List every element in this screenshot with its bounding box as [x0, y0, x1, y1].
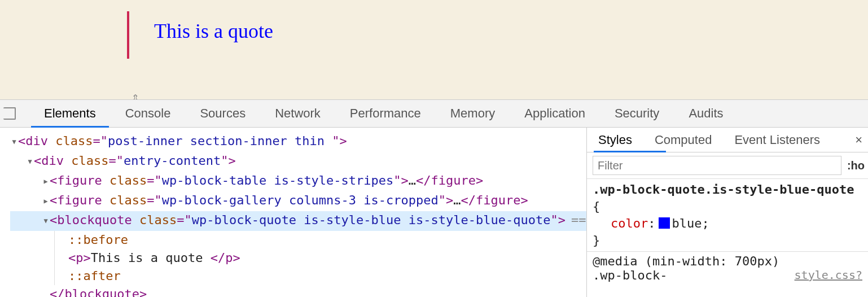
tab-audits[interactable]: Audits [674, 106, 738, 121]
selected-marker: == [565, 213, 586, 227]
tab-network[interactable]: Network [260, 106, 335, 121]
tab-performance[interactable]: Performance [335, 106, 436, 121]
disclosure-triangle-icon[interactable] [42, 190, 50, 210]
disclosure-triangle-icon[interactable] [42, 171, 50, 190]
media-query-text: @media (min-width: 700px) [593, 254, 779, 268]
styles-tab-event-listeners[interactable]: Event Listeners [723, 133, 831, 147]
disclosure-triangle-icon[interactable] [26, 151, 34, 171]
dom-row-pseudo-before[interactable]: ::before [68, 231, 586, 249]
color-swatch-icon[interactable] [659, 217, 670, 229]
css-media-rule[interactable]: @media (min-width: 700px) .wp-block- sty… [587, 252, 868, 282]
dom-children-guide: ::before <p>This is a quote </p> ::after [54, 231, 586, 285]
selected-styles-underline [594, 151, 666, 152]
dom-row-paragraph[interactable]: <p>This is a quote </p> [68, 249, 586, 267]
stylesheet-link[interactable]: style.css? [795, 268, 865, 282]
styles-tab-styles[interactable]: Styles [587, 133, 643, 147]
page-preview: This is a quote ⇕ [0, 0, 868, 99]
tab-sources[interactable]: Sources [185, 106, 260, 121]
hov-toggle[interactable]: :ho [847, 159, 865, 172]
devtools-body: <div class="post-inner section-inner thi… [0, 128, 868, 297]
selected-tab-underline [31, 126, 109, 128]
styles-filter-input[interactable] [593, 156, 841, 175]
styles-panel: Styles Computed Event Listeners × :ho .w… [587, 128, 868, 297]
tab-memory[interactable]: Memory [436, 106, 510, 121]
disclosure-triangle-icon[interactable] [10, 131, 18, 151]
quote-text: This is a quote [154, 20, 273, 42]
css-close-brace: } [593, 233, 600, 247]
dom-row-figure-table[interactable]: <figure class="wp-block-table is-style-s… [10, 172, 586, 191]
elements-panel[interactable]: <div class="post-inner section-inner thi… [0, 128, 587, 297]
dom-row-entry-content[interactable]: <div class="entry-content"> [10, 152, 586, 172]
css-open-brace: { [593, 199, 600, 213]
css-property-name[interactable]: color [593, 216, 648, 230]
dom-row-blockquote-selected[interactable]: <blockquote class="wp-block-quote is-sty… [10, 211, 586, 231]
tab-console[interactable]: Console [111, 106, 186, 121]
css-rule[interactable]: .wp-block-quote.is-style-blue-quote { co… [587, 179, 868, 252]
media-selector: .wp-block- [593, 268, 667, 282]
styles-filter-row: :ho [587, 152, 868, 179]
tab-security[interactable]: Security [600, 106, 674, 121]
inspect-icon[interactable] [3, 107, 16, 120]
css-selector: .wp-block-quote.is-style-blue-quote [593, 182, 854, 196]
styles-tab-computed[interactable]: Computed [643, 133, 724, 147]
devtools-tabbar: Elements Console Sources Network Perform… [0, 99, 868, 128]
rendered-blockquote: This is a quote [127, 11, 273, 59]
dom-row-post-inner[interactable]: <div class="post-inner section-inner thi… [10, 132, 586, 152]
tab-elements[interactable]: Elements [29, 106, 111, 121]
css-property-value[interactable]: blue [672, 216, 702, 230]
dom-row-figure-gallery[interactable]: <figure class="wp-block-gallery columns-… [10, 191, 586, 211]
close-icon[interactable]: × [849, 133, 868, 147]
dom-row-blockquote-close[interactable]: </blockquote> [10, 285, 586, 297]
tab-application[interactable]: Application [510, 106, 600, 121]
dom-row-pseudo-after[interactable]: ::after [68, 267, 586, 285]
disclosure-triangle-icon[interactable] [42, 210, 50, 230]
styles-tabbar: Styles Computed Event Listeners × [587, 128, 868, 152]
